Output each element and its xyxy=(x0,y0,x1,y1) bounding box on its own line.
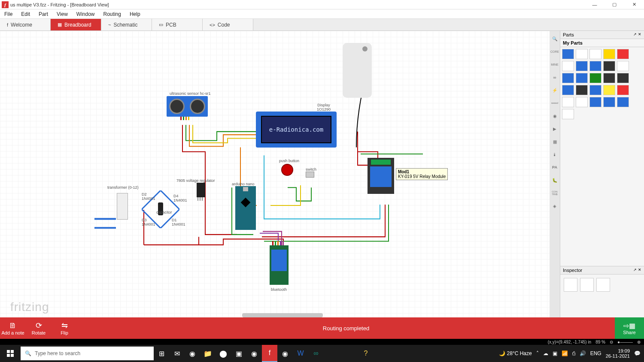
part-item[interactable] xyxy=(589,85,601,95)
menu-part[interactable]: Part xyxy=(34,11,52,17)
explorer-icon[interactable]: 📁 xyxy=(200,345,216,362)
zoom-app-icon[interactable]: ▣ xyxy=(231,345,246,362)
ultrasonic-sensor[interactable] xyxy=(167,96,208,117)
part-item[interactable] xyxy=(589,73,601,83)
minimize-button[interactable]: — xyxy=(585,0,605,9)
cast-icon[interactable]: ⎙ xyxy=(572,350,575,356)
part-item[interactable] xyxy=(617,49,629,59)
search-icon[interactable]: 🔍 xyxy=(550,34,559,43)
chrome-icon-2[interactable]: ◉ xyxy=(277,345,293,362)
cat-seeed[interactable]: seeed xyxy=(550,99,559,107)
cat-pa[interactable]: PA xyxy=(550,163,559,172)
rotate-button[interactable]: ⟳Rotate xyxy=(26,321,52,335)
part-item[interactable] xyxy=(562,61,574,71)
tab-welcome[interactable]: fWelcome xyxy=(0,19,51,30)
volume-icon[interactable]: 🔊 xyxy=(580,350,586,356)
cat-core[interactable]: CORE xyxy=(550,47,559,56)
relay-module[interactable] xyxy=(368,158,394,194)
wifi-icon[interactable]: 📶 xyxy=(562,350,568,356)
zoom-slider[interactable]: ●——— xyxy=(617,340,633,344)
app-icon-1[interactable]: ⬤ xyxy=(216,345,231,362)
bluetooth-module[interactable] xyxy=(270,245,289,285)
cat-sparkfun[interactable]: ⚡ xyxy=(550,86,559,94)
part-item[interactable] xyxy=(603,61,615,71)
close-button[interactable]: ✕ xyxy=(624,0,644,9)
part-item[interactable] xyxy=(617,97,629,107)
inspector-slot[interactable] xyxy=(564,278,577,292)
cat-mine[interactable]: MINE xyxy=(550,60,559,69)
part-item[interactable] xyxy=(617,61,629,71)
part-item[interactable] xyxy=(576,73,588,83)
word-icon[interactable]: W xyxy=(293,345,308,362)
part-item[interactable] xyxy=(603,85,615,95)
tab-breadboard[interactable]: ▦Breadboard xyxy=(51,19,101,30)
cat-intel[interactable]: ◉ xyxy=(550,112,559,120)
cat-contrib[interactable]: CON TRIB xyxy=(550,189,559,197)
cat-chip[interactable]: ▦ xyxy=(550,137,559,146)
part-item[interactable] xyxy=(617,85,629,95)
task-view-icon[interactable]: ⊞ xyxy=(154,345,169,362)
arduino-ide-icon[interactable]: ∞ xyxy=(308,345,324,362)
tab-schematic[interactable]: ~Schematic xyxy=(101,19,152,30)
taskbar-search[interactable]: 🔍Type here to search xyxy=(21,347,154,360)
chrome-icon[interactable]: ◉ xyxy=(246,345,262,362)
canvas-hscroll[interactable] xyxy=(242,313,323,317)
language-indicator[interactable]: ENG xyxy=(590,350,601,356)
help-icon[interactable]: ? xyxy=(358,345,374,362)
weather-widget[interactable]: 🌙 28°C Haze xyxy=(499,350,532,356)
part-item[interactable] xyxy=(576,85,588,95)
part-item[interactable] xyxy=(562,109,574,119)
part-item[interactable] xyxy=(562,85,574,95)
part-item[interactable] xyxy=(589,61,601,71)
menu-window[interactable]: Window xyxy=(72,11,99,17)
cat-arduino[interactable]: ∞ xyxy=(550,73,559,81)
notifications-icon[interactable]: 💬 xyxy=(634,350,641,356)
part-item[interactable] xyxy=(562,49,574,59)
part-item[interactable] xyxy=(589,97,601,107)
parts-panel-controls[interactable]: ↗ ✕ xyxy=(633,32,641,37)
share-button[interactable]: ⇨▦Share xyxy=(615,317,644,339)
clock[interactable]: 19:0926-11-2021 xyxy=(606,348,630,359)
menu-routing[interactable]: Routing xyxy=(99,11,125,17)
flip-button[interactable]: ⇋Flip xyxy=(52,321,77,335)
part-item[interactable] xyxy=(617,73,629,83)
mail-icon[interactable]: ✉ xyxy=(169,345,185,362)
part-item[interactable] xyxy=(576,49,588,59)
part-item[interactable] xyxy=(603,97,615,107)
toggle-switch[interactable] xyxy=(306,172,314,178)
tray-chevron-icon[interactable]: ˄ xyxy=(536,350,539,356)
fritzing-taskbar-icon[interactable]: f xyxy=(262,345,277,362)
inspector-slot[interactable] xyxy=(596,278,610,292)
part-item[interactable] xyxy=(562,97,574,107)
breadboard-canvas[interactable]: ultrasonic sensor hc-sr1 Display 1O1290 … xyxy=(0,31,550,317)
menu-file[interactable]: File xyxy=(0,11,17,17)
phone-module[interactable] xyxy=(343,43,372,98)
add-note-button[interactable]: 🗎Add a note xyxy=(0,321,26,335)
part-item[interactable] xyxy=(589,49,601,59)
menu-help[interactable]: Help xyxy=(125,11,145,17)
edge-icon[interactable]: ◉ xyxy=(185,345,200,362)
push-button[interactable] xyxy=(280,164,295,177)
transformer[interactable] xyxy=(117,193,128,220)
menu-edit[interactable]: Edit xyxy=(17,11,34,17)
part-item[interactable] xyxy=(603,49,615,59)
zoom-in-icon[interactable]: ⊕ xyxy=(637,340,641,344)
arduino-nano[interactable] xyxy=(235,186,256,230)
cat-nav[interactable]: ◈ xyxy=(550,202,559,210)
cat-bug[interactable]: 🐛 xyxy=(550,176,559,184)
tab-pcb[interactable]: ▭PCB xyxy=(152,19,203,30)
part-item[interactable] xyxy=(603,73,615,83)
zoom-out-icon[interactable]: ⊖ xyxy=(610,340,613,344)
menu-view[interactable]: View xyxy=(52,11,72,17)
tab-code[interactable]: <>Code xyxy=(203,19,253,30)
part-item[interactable] xyxy=(576,61,588,71)
part-item[interactable] xyxy=(562,73,574,83)
part-item[interactable] xyxy=(576,97,588,107)
maximize-button[interactable]: ▢ xyxy=(605,0,624,9)
inspector-panel-controls[interactable]: ↗ ✕ xyxy=(633,268,641,273)
start-button[interactable] xyxy=(0,345,21,362)
cat-temp[interactable]: 🌡 xyxy=(550,150,559,159)
cat-play[interactable]: ▶ xyxy=(550,124,559,133)
onedrive-icon[interactable]: ☁ xyxy=(543,350,548,356)
battery-icon[interactable]: ▣ xyxy=(553,350,557,356)
